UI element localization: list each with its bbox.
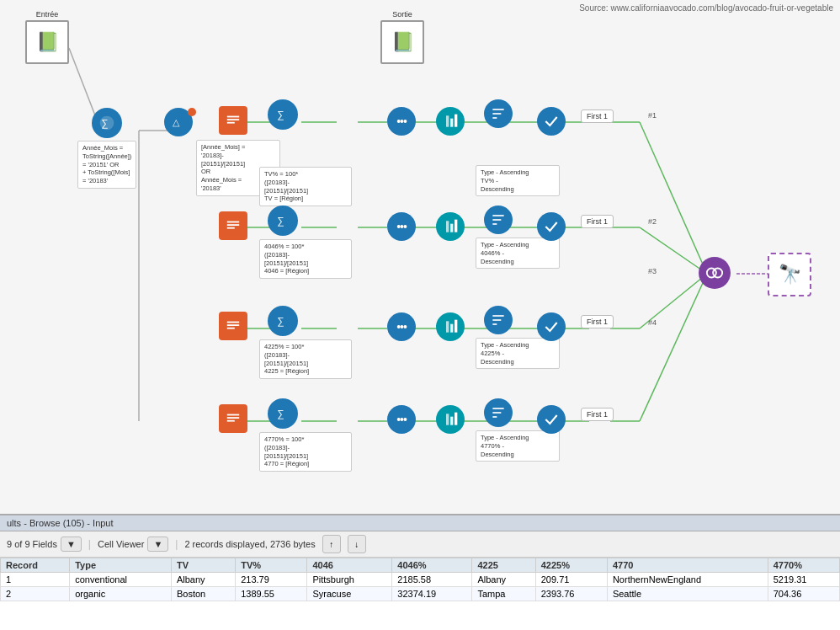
check3-node[interactable]	[537, 312, 566, 341]
svg-line-40	[640, 274, 707, 421]
cell-r1-c0: 2	[1, 587, 70, 601]
svg-rect-75	[455, 320, 457, 333]
sort3-annotation: Type - Ascending4225% -Descending	[476, 338, 560, 369]
first1-box: First 1	[581, 109, 614, 123]
formula-4225-node[interactable]: ∑ 4225% = 100*([20183]-[20151]/[20151]42…	[268, 306, 298, 336]
sort4-node[interactable]: Type - Ascending4770% -Descending	[484, 398, 513, 427]
sort2-node[interactable]: Type - Ascending4046% -Descending	[484, 206, 513, 234]
formula-4770-annotation: 4770% = 100*([20183]-[20151]/[20151]4770…	[259, 432, 352, 472]
test2-node[interactable]	[436, 212, 465, 241]
col-tv-pct: TV%	[236, 558, 307, 573]
select2-icon	[219, 211, 247, 240]
check1-node[interactable]	[537, 107, 566, 136]
svg-rect-74	[450, 324, 453, 333]
formula-annee-node[interactable]: ∑ Année_Mois =ToString([Année])= '20151'…	[77, 108, 136, 189]
formula-4770-node[interactable]: ∑ 4770% = 100*([20183]-[20151]/[20151]47…	[268, 398, 298, 429]
test3-node[interactable]	[436, 312, 465, 341]
svg-rect-73	[446, 321, 449, 332]
formula-4046-icon: ∑	[268, 206, 298, 236]
cell-r1-c2: Boston	[171, 587, 235, 601]
check2-node[interactable]	[537, 212, 566, 241]
join4-node[interactable]: •••	[387, 405, 416, 434]
join4-icon: •••	[387, 405, 416, 434]
fields-selector[interactable]: 9 of 9 Fields ▼	[7, 537, 82, 552]
cell-viewer-label: Cell Viewer	[98, 539, 144, 549]
source-text: Source: www.californiaavocado.com/blog/a…	[579, 3, 833, 13]
union-node[interactable]	[699, 257, 731, 289]
browse-output-node[interactable]: 🔭	[768, 253, 811, 296]
formula-4046-node[interactable]: ∑ 4046% = 100*([20183]-[20151]/[20151]40…	[268, 206, 298, 236]
select4-icon	[219, 404, 247, 433]
select1-node[interactable]	[219, 106, 247, 135]
sort2-annotation: Type - Ascending4046% -Descending	[476, 238, 560, 269]
check4-node[interactable]	[537, 405, 566, 434]
test1-node[interactable]	[436, 107, 465, 136]
svg-rect-64	[450, 224, 453, 232]
test1-icon	[436, 107, 465, 136]
col-type: Type	[70, 558, 172, 573]
formula-tv-node[interactable]: ∑ TV% = 100*([20183]-[20151]/[20151]TV =…	[268, 99, 298, 130]
svg-rect-71	[227, 328, 235, 329]
sortie-node[interactable]: Sortie 📗	[380, 10, 424, 64]
first3-box: First 1	[581, 315, 614, 328]
cell-r1-c1: organic	[70, 587, 172, 601]
svg-rect-63	[446, 221, 449, 232]
join3-node[interactable]: •••	[387, 312, 416, 341]
sortie-label: Sortie	[392, 10, 412, 19]
select3-node[interactable]	[219, 312, 247, 340]
col-4770: 4770	[607, 558, 768, 573]
sort3-node[interactable]: Type - Ascending4225% -Descending	[484, 306, 513, 334]
svg-text:#4: #4	[648, 318, 657, 327]
sort2-icon	[484, 206, 513, 234]
svg-rect-59	[227, 222, 239, 223]
nav-up-btn[interactable]: ↑	[322, 535, 341, 553]
svg-rect-70	[227, 324, 239, 326]
cell-r0-c5: 2185.58	[392, 573, 472, 587]
browse-output-box: 🔭	[768, 253, 811, 296]
filter1-node[interactable]: △ [Année_Mois] ='20183]-[20151]/[20151]O…	[164, 108, 193, 136]
table-container: Record Type TV TV% 4046 4046% 4225 4225%…	[0, 558, 840, 630]
sort4-icon	[484, 398, 513, 427]
toolbar-sep1: |	[88, 538, 91, 550]
svg-text:△: △	[173, 117, 180, 127]
join3-icon: •••	[387, 312, 416, 341]
svg-text:#2: #2	[648, 217, 657, 226]
cell-r0-c8: NorthernNewEngland	[607, 573, 768, 587]
panel-title: ults - Browse (105) - Input	[7, 518, 114, 528]
svg-text:∑: ∑	[277, 315, 284, 327]
svg-rect-54	[450, 119, 453, 127]
sortie-box: 📗	[380, 20, 424, 64]
cell-r1-c5: 32374.19	[392, 587, 472, 601]
svg-rect-69	[227, 322, 239, 323]
entree-node[interactable]: Entrée 📗	[25, 10, 69, 64]
check1-icon	[537, 107, 566, 136]
formula-4046-annotation: 4046% = 100*([20183]-[20151]/[20151]4046…	[259, 239, 352, 279]
sort1-node[interactable]: Type - AscendingTV% -Descending	[484, 99, 513, 128]
svg-line-13	[640, 122, 707, 274]
svg-rect-79	[227, 414, 239, 416]
join2-icon: •••	[387, 212, 416, 241]
cell-r1-c3: 1389.55	[236, 587, 307, 601]
sort1-icon	[484, 99, 513, 128]
cell-r0-c9: 5219.31	[768, 573, 839, 587]
test4-node[interactable]	[436, 405, 465, 434]
cell-viewer-selector[interactable]: Cell Viewer ▼	[98, 537, 168, 552]
nav-down-btn[interactable]: ↓	[348, 535, 366, 553]
col-4225: 4225	[472, 558, 535, 573]
records-info: 2 records displayed, 2736 bytes	[184, 539, 315, 549]
data-table: Record Type TV TV% 4046 4046% 4225 4225%…	[0, 558, 840, 601]
test4-icon	[436, 405, 465, 434]
fields-dropdown-btn[interactable]: ▼	[61, 537, 82, 552]
select2-node[interactable]	[219, 211, 247, 240]
panel-toolbar: 9 of 9 Fields ▼ | Cell Viewer ▼ | 2 reco…	[0, 531, 840, 558]
select4-node[interactable]	[219, 404, 247, 433]
join2-node[interactable]: •••	[387, 212, 416, 241]
cell-viewer-dropdown-btn[interactable]: ▼	[147, 537, 168, 552]
table-row: 1conventionalAlbany213.79Pittsburgh2185.…	[1, 573, 840, 587]
check2-icon	[537, 212, 566, 241]
svg-text:#3: #3	[648, 267, 657, 275]
cell-r0-c6: Albany	[472, 573, 535, 587]
join1-node[interactable]: •••	[387, 107, 416, 136]
toolbar-sep2: |	[175, 538, 178, 550]
cell-r0-c7: 209.71	[535, 573, 607, 587]
